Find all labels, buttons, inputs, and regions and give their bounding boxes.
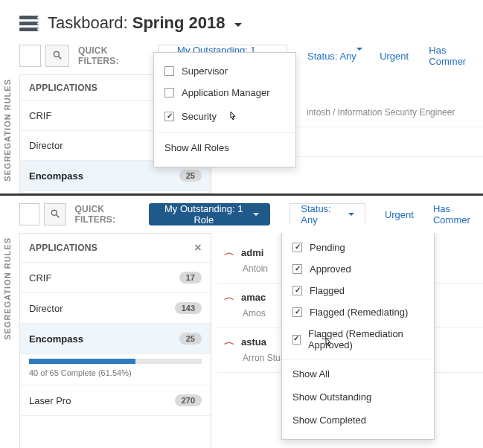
close-icon[interactable]: × <box>194 241 202 255</box>
svg-line-1 <box>58 56 61 59</box>
checkbox-checked-icon[interactable] <box>292 264 302 274</box>
quick-filters-label: QUICK FILTERS: <box>78 45 147 66</box>
progress-block: 40 of 65 Complete (61.54%) <box>20 354 211 385</box>
urgent-filter-link[interactable]: Urgent <box>385 209 414 220</box>
checkbox-checked-icon[interactable] <box>292 243 302 252</box>
search-button[interactable] <box>44 203 66 225</box>
search-icon <box>52 50 63 63</box>
app-badge: 25 <box>179 333 202 345</box>
status-option-pending[interactable]: Pending <box>292 237 423 258</box>
app-name: Encompass <box>29 170 83 182</box>
status-option-approved[interactable]: Approved <box>292 258 423 280</box>
applications-head: APPLICATIONS × <box>20 234 211 263</box>
app-name: Encompass <box>29 333 83 345</box>
filter-blank-button[interactable] <box>19 45 41 67</box>
chevron-up-icon[interactable]: ︿ <box>224 246 234 259</box>
app-badge: 25 <box>179 170 202 182</box>
progress-bar <box>29 359 202 364</box>
status-label: Flagged <box>310 285 345 296</box>
applications-title: APPLICATIONS <box>29 83 97 93</box>
caret-down-icon <box>356 48 362 65</box>
outstanding-filter-active[interactable]: My Outstanding: 1 Role <box>149 203 270 225</box>
side-rail-label: SEGREGATION RULES <box>3 79 12 182</box>
caret-down-icon <box>234 23 242 31</box>
status-show-completed[interactable]: Show Completed <box>292 409 423 432</box>
applications-panel: APPLICATIONS × CRIF 17 Director 143 Enco… <box>19 233 211 448</box>
status-label: Flagged (Remediating) <box>310 307 408 318</box>
applications-title: APPLICATIONS <box>29 243 97 253</box>
app-name: CRIF <box>29 272 51 284</box>
role-label: Supervisor <box>182 65 228 77</box>
person-name: astua <box>241 336 266 348</box>
svg-line-3 <box>56 214 59 217</box>
title-prefix: Taskboard: <box>48 13 132 32</box>
person-name: amac <box>241 292 266 303</box>
app-item-encompass[interactable]: Encompass 25 <box>20 324 211 354</box>
app-item-crif[interactable]: CRIF 17 <box>20 263 211 293</box>
status-filter-link[interactable]: Status: Any <box>307 51 359 62</box>
status-option-flagged-rem-approved[interactable]: Flagged (Remediation Approved) <box>292 323 423 356</box>
checkbox-checked-icon[interactable] <box>164 112 174 121</box>
chevron-up-icon[interactable]: ︿ <box>224 336 234 348</box>
outstanding-filter-label: My Outstanding: 1 Role <box>160 203 247 225</box>
app-item-laser-pro[interactable]: Laser Pro 270 <box>20 385 211 416</box>
filter-blank-button[interactable] <box>19 203 39 225</box>
status-show-all[interactable]: Show All <box>292 362 423 385</box>
checkbox-checked-icon[interactable] <box>292 307 302 317</box>
app-name: CRIF <box>29 110 51 121</box>
main-bottom: ︿ admi Antoin ︿ amac Amos ︿ astua Arron … <box>211 233 483 448</box>
status-filter-open[interactable]: Status: Any <box>290 203 365 225</box>
svg-point-2 <box>51 210 57 215</box>
cursor-pointer-icon <box>227 110 239 126</box>
progress-fill <box>29 359 135 364</box>
app-badge: 270 <box>175 394 202 406</box>
svg-point-0 <box>54 51 59 57</box>
search-button[interactable] <box>45 45 69 67</box>
search-icon <box>50 208 60 221</box>
filter-row-bottom: QUICK FILTERS: My Outstanding: 1 Role St… <box>0 196 483 233</box>
role-option-app-manager[interactable]: Application Manager <box>164 82 285 103</box>
role-option-security[interactable]: Security <box>164 103 285 129</box>
title-period: Spring 2018 <box>132 13 225 32</box>
person-subline: intosh/Information Security Engineer <box>307 107 479 118</box>
person-name: admi <box>241 247 263 258</box>
caret-down-icon <box>348 213 354 219</box>
has-comments-filter-link[interactable]: Has Commer <box>433 203 483 225</box>
caret-down-icon <box>253 213 259 219</box>
status-dropdown: Pending Approved Flagged Flagged (Remedi… <box>281 233 435 440</box>
show-all-roles-link[interactable]: Show All Roles <box>164 136 285 159</box>
roles-dropdown: Supervisor Application Manager Security … <box>153 52 296 167</box>
checkbox-icon[interactable] <box>164 88 174 97</box>
status-option-flagged[interactable]: Flagged <box>292 280 423 301</box>
content-bottom: SEGREGATION RULES APPLICATIONS × CRIF 17… <box>0 233 483 448</box>
checkbox-checked-icon[interactable] <box>292 335 301 345</box>
checkbox-icon[interactable] <box>164 66 174 76</box>
page-title[interactable]: Taskboard: Spring 2018 <box>48 13 242 33</box>
taskboard-icon <box>19 16 39 31</box>
app-badge: 17 <box>179 272 202 284</box>
app-name: Director <box>29 303 63 314</box>
app-name: Director <box>29 140 63 151</box>
app-item-director[interactable]: Director 143 <box>20 293 211 324</box>
page-header: Taskboard: Spring 2018 <box>0 0 483 42</box>
status-label: Pending <box>310 242 345 253</box>
cursor-pointer-icon <box>322 336 334 352</box>
status-label: Approved <box>310 263 351 275</box>
app-badge: 143 <box>175 302 202 314</box>
chevron-up-icon[interactable]: ︿ <box>224 291 234 304</box>
role-label: Application Manager <box>182 87 270 98</box>
checkbox-checked-icon[interactable] <box>292 286 302 295</box>
urgent-filter-link[interactable]: Urgent <box>380 51 409 62</box>
side-rail-label: SEGREGATION RULES <box>3 237 12 340</box>
status-show-outstanding[interactable]: Show Outstanding <box>292 385 423 409</box>
role-label: Security <box>182 111 217 122</box>
progress-text: 40 of 65 Complete (61.54%) <box>29 368 202 377</box>
has-comments-filter-link[interactable]: Has Commer <box>429 45 483 67</box>
quick-filters-label: QUICK FILTERS: <box>75 204 139 225</box>
status-option-flagged-remediating[interactable]: Flagged (Remediating) <box>292 301 423 323</box>
app-name: Laser Pro <box>29 395 71 406</box>
role-option-supervisor[interactable]: Supervisor <box>164 60 285 82</box>
